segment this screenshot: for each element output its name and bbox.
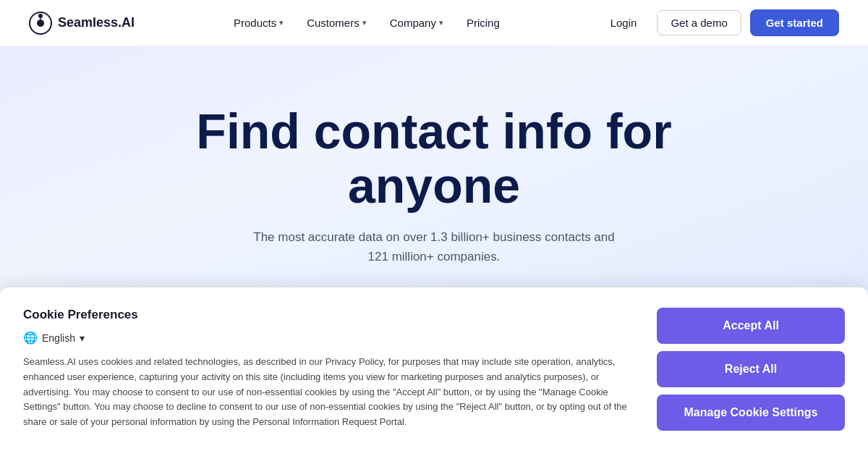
manage-cookie-settings-button[interactable]: Manage Cookie Settings <box>657 395 845 431</box>
accept-all-button[interactable]: Accept All <box>657 308 845 344</box>
get-started-button[interactable]: Get started <box>750 9 839 36</box>
nav-company[interactable]: Company ▾ <box>381 11 452 35</box>
customers-chevron-icon: ▾ <box>362 18 367 28</box>
cookie-content: Cookie Preferences 🌐 English ▾ Seamless.… <box>23 308 628 430</box>
navbar-actions: Login Get a demo Get started <box>599 9 839 36</box>
svg-point-2 <box>38 14 43 18</box>
cookie-title: Cookie Preferences <box>23 308 628 322</box>
hero-subtitle: The most accurate data on over 1.3 billi… <box>246 227 622 266</box>
globe-icon: 🌐 <box>23 331 38 345</box>
nav-pricing[interactable]: Pricing <box>458 11 509 35</box>
hero-title: Find contact info for anyone <box>127 104 741 213</box>
navbar-nav: Products ▾ Customers ▾ Company ▾ Pricing <box>225 11 509 35</box>
logo[interactable]: Seamless.AI <box>29 12 135 35</box>
nav-pricing-label: Pricing <box>467 17 500 29</box>
nav-company-label: Company <box>390 17 436 29</box>
cookie-language-label: English <box>42 332 75 344</box>
cookie-action-buttons: Accept All Reject All Manage Cookie Sett… <box>657 308 845 431</box>
cookie-body-text: Seamless.AI uses cookies and related tec… <box>23 355 628 430</box>
svg-point-1 <box>37 20 44 27</box>
login-button[interactable]: Login <box>599 11 649 35</box>
nav-customers-label: Customers <box>307 17 359 29</box>
cookie-banner: Cookie Preferences 🌐 English ▾ Seamless.… <box>0 287 868 451</box>
navbar: Seamless.AI Products ▾ Customers ▾ Compa… <box>0 0 868 46</box>
nav-products-label: Products <box>234 17 276 29</box>
logo-icon <box>29 12 52 35</box>
language-chevron-icon: ▾ <box>80 332 85 344</box>
company-chevron-icon: ▾ <box>439 18 443 28</box>
nav-products[interactable]: Products ▾ <box>225 11 292 35</box>
cookie-language-selector[interactable]: 🌐 English ▾ <box>23 331 628 345</box>
reject-all-button[interactable]: Reject All <box>657 351 845 387</box>
logo-text: Seamless.AI <box>58 15 135 30</box>
products-chevron-icon: ▾ <box>279 18 284 28</box>
demo-button[interactable]: Get a demo <box>657 10 741 35</box>
nav-customers[interactable]: Customers ▾ <box>298 11 375 35</box>
